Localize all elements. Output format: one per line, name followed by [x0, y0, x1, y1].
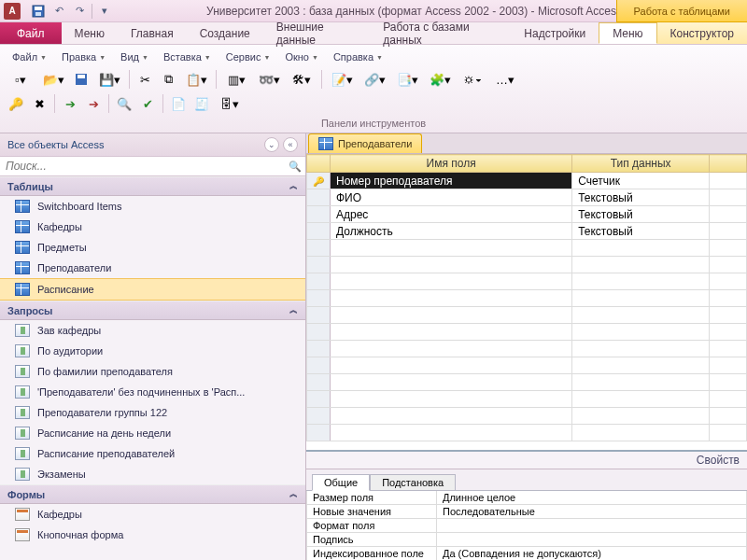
- save-as-icon[interactable]: 💾▾: [94, 69, 124, 90]
- nav-group-формы[interactable]: Формы︽: [0, 484, 305, 504]
- analyze-icon[interactable]: 🧩▾: [425, 69, 455, 90]
- database-tools-icon[interactable]: 🗄▾: [215, 93, 245, 114]
- test-rules-icon[interactable]: ✔: [137, 93, 158, 114]
- field-type-cell[interactable]: Счетчик: [572, 173, 710, 189]
- nav-item[interactable]: Расписание преподавателей: [0, 443, 305, 464]
- save-button[interactable]: [71, 69, 92, 90]
- nav-item[interactable]: Расписание: [0, 278, 305, 301]
- field-name-cell[interactable]: Адрес: [331, 206, 572, 223]
- document-tab[interactable]: Преподаватели: [308, 133, 422, 153]
- nav-item[interactable]: Преподаватели: [0, 258, 305, 278]
- ribbon-tab-создание[interactable]: Создание: [187, 22, 263, 44]
- property-value[interactable]: Длинное целое: [437, 491, 747, 505]
- search-icon[interactable]: 🔍: [285, 161, 305, 173]
- row-selector[interactable]: [307, 189, 331, 206]
- nav-group-таблицы[interactable]: Таблицы︽: [0, 176, 305, 196]
- field-row-empty[interactable]: [307, 290, 747, 307]
- file-tab[interactable]: Файл: [0, 22, 62, 44]
- field-row[interactable]: 🔑Номер преподавателяСчетчик: [307, 173, 747, 189]
- field-name-cell[interactable]: Должность: [331, 223, 572, 240]
- menu-правка[interactable]: Правка▼: [55, 49, 112, 65]
- primary-key-icon[interactable]: 🔑: [6, 93, 26, 114]
- open-icon[interactable]: 📂▾: [38, 69, 68, 90]
- ribbon-tab-надстройки[interactable]: Надстройки: [511, 22, 599, 44]
- field-row-empty[interactable]: [307, 341, 747, 357]
- menu-окно[interactable]: Окно▼: [278, 49, 325, 65]
- design-grid[interactable]: Имя поляТип данных🔑Номер преподавателяСч…: [306, 154, 747, 450]
- object-deps-icon[interactable]: 🧾: [191, 93, 212, 114]
- paste-icon[interactable]: 📋▾: [181, 69, 211, 90]
- field-type-cell[interactable]: Текстовый: [572, 189, 710, 206]
- ribbon-tab-меню[interactable]: Меню: [62, 22, 118, 44]
- nav-item[interactable]: Кафедры: [0, 217, 305, 237]
- field-row-empty[interactable]: [307, 324, 747, 341]
- menu-вставка[interactable]: Вставка▼: [157, 49, 218, 65]
- field-type-cell[interactable]: Текстовый: [572, 223, 710, 240]
- ribbon-tab-конструктор[interactable]: Конструктор: [657, 22, 747, 44]
- field-row-empty[interactable]: [307, 357, 747, 374]
- nav-group-запросы[interactable]: Запросы︽: [0, 301, 305, 320]
- relations-icon[interactable]: 🔗▾: [359, 69, 389, 90]
- nav-collapse-icon[interactable]: «: [283, 137, 298, 152]
- undo-icon[interactable]: ↶: [50, 3, 67, 20]
- nav-scroll[interactable]: Таблицы︽Switchboard ItemsКафедрыПредметы…: [0, 176, 305, 560]
- field-row-empty[interactable]: [307, 408, 747, 425]
- field-name-cell[interactable]: ФИО: [331, 189, 572, 206]
- property-sheet-icon[interactable]: 📄: [168, 93, 189, 114]
- nav-item[interactable]: Предметы: [0, 237, 305, 258]
- menu-справка[interactable]: Справка▼: [327, 49, 389, 65]
- row-delete-icon[interactable]: ➔: [83, 93, 104, 114]
- field-name-cell[interactable]: Номер преподавателя: [331, 173, 572, 189]
- more-icon[interactable]: …▾: [490, 69, 520, 90]
- lookup-icon[interactable]: 🔍: [114, 93, 134, 114]
- nav-item[interactable]: Кафедры: [0, 504, 305, 525]
- qat-customize-icon[interactable]: ▾: [96, 3, 113, 20]
- field-row-empty[interactable]: [307, 391, 747, 408]
- nav-header[interactable]: Все объекты Access ⌄ «: [0, 133, 305, 157]
- nav-item[interactable]: Кнопочная форма: [0, 525, 305, 545]
- cut-icon[interactable]: ✂: [134, 69, 155, 90]
- nav-item[interactable]: Зав кафедры: [0, 320, 305, 341]
- field-row-empty[interactable]: [307, 257, 747, 273]
- row-selector[interactable]: [307, 206, 331, 223]
- nav-item[interactable]: Расписание на день недели: [0, 423, 305, 443]
- property-tab-1[interactable]: Подстановка: [370, 474, 456, 491]
- nav-item[interactable]: Преподаватели группы 122: [0, 402, 305, 423]
- copy-icon[interactable]: ⧉: [158, 69, 178, 90]
- field-row-empty[interactable]: [307, 307, 747, 324]
- field-row[interactable]: АдресТекстовый: [307, 206, 747, 223]
- nav-item[interactable]: По фамилии преподавателя: [0, 361, 305, 382]
- nav-item[interactable]: По аудитории: [0, 341, 305, 361]
- insert-rows-icon[interactable]: ➿▾: [254, 69, 284, 90]
- field-row[interactable]: ДолжностьТекстовый: [307, 223, 747, 240]
- property-value[interactable]: Да (Совпадения не допускаются): [437, 547, 747, 560]
- field-row-empty[interactable]: [307, 240, 747, 257]
- field-row-empty[interactable]: [307, 273, 747, 290]
- ribbon-tab-меню[interactable]: Меню: [599, 22, 656, 44]
- menu-сервис[interactable]: Сервис▼: [219, 49, 277, 65]
- field-type-cell[interactable]: Текстовый: [572, 206, 710, 223]
- indexes-icon[interactable]: 📑▾: [392, 69, 422, 90]
- ribbon-tab-работа с базами данных[interactable]: Работа с базами данных: [370, 22, 511, 44]
- field-row-empty[interactable]: [307, 425, 747, 441]
- search-input[interactable]: [0, 157, 285, 175]
- delete-row-icon[interactable]: ✖: [29, 93, 49, 114]
- macro-icon[interactable]: ⛭▾: [458, 69, 487, 90]
- field-row-empty[interactable]: [307, 374, 747, 391]
- view-icon[interactable]: ▥▾: [221, 69, 251, 90]
- property-tab-0[interactable]: Общие: [312, 474, 370, 491]
- new-icon[interactable]: ▫▾: [6, 69, 35, 90]
- row-insert-icon[interactable]: ➔: [60, 93, 80, 114]
- ribbon-tab-внешние данные[interactable]: Внешние данные: [263, 22, 370, 44]
- redo-icon[interactable]: ↷: [71, 3, 88, 20]
- menu-вид[interactable]: Вид▼: [114, 49, 155, 65]
- row-selector[interactable]: 🔑: [307, 173, 331, 189]
- property-value[interactable]: [437, 533, 747, 547]
- nav-item[interactable]: Switchboard Items: [0, 196, 305, 217]
- builder-icon[interactable]: 🛠▾: [287, 69, 317, 90]
- nav-item[interactable]: 'Преподаватели' без подчиненных в 'Расп.…: [0, 382, 305, 402]
- row-selector[interactable]: [307, 223, 331, 240]
- ribbon-tab-главная[interactable]: Главная: [118, 22, 187, 44]
- nav-filter-icon[interactable]: ⌄: [264, 137, 279, 152]
- menu-файл[interactable]: Файл▼: [6, 49, 53, 65]
